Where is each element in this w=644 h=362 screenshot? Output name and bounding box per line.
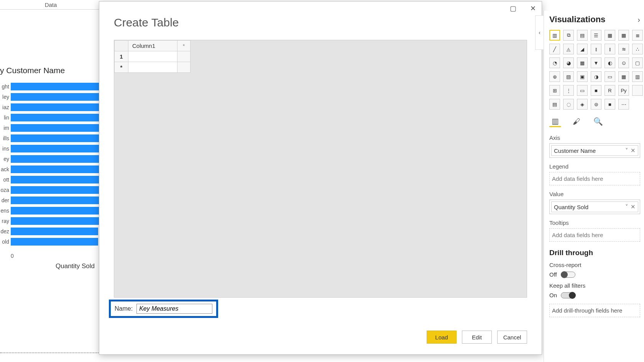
drill-through-well[interactable]: Add drill-through fields here — [549, 304, 640, 317]
stacked-area-icon[interactable]: ◢ — [577, 44, 588, 54]
scatter-icon[interactable]: ∴ — [632, 44, 643, 54]
bar — [11, 114, 100, 121]
bar-row: iaz — [0, 102, 102, 112]
cell-addrow-c1[interactable] — [128, 62, 177, 73]
bar-row: ins — [0, 143, 102, 154]
bar — [11, 93, 100, 101]
stacked-100-bar-icon[interactable]: ▦ — [605, 30, 615, 41]
chevron-down-icon[interactable]: ˅ — [625, 147, 628, 154]
bar-label: ray — [0, 218, 11, 224]
row-number-1[interactable]: 1 — [115, 51, 128, 62]
bar-label: lin — [0, 115, 11, 121]
kpi-icon[interactable]: ⊙ — [618, 57, 629, 68]
custom-icon[interactable]: ■ — [605, 99, 615, 110]
axis-tick-zero: 0 — [11, 253, 14, 259]
load-button[interactable]: Load — [427, 331, 457, 344]
table-name-row: Name: — [109, 300, 218, 318]
add-row-button[interactable]: * — [115, 62, 128, 73]
python-visual-icon[interactable] — [632, 85, 643, 96]
narrative-icon[interactable]: ■ — [591, 85, 601, 96]
map-icon[interactable]: ⊕ — [549, 71, 560, 82]
line-icon[interactable]: ╱ — [549, 44, 560, 54]
value-field-pill[interactable]: Quantity Sold ˅ ✕ — [551, 201, 638, 212]
collapse-pane-icon[interactable]: › — [637, 15, 640, 24]
stacked-col-icon[interactable]: ▤ — [577, 30, 588, 41]
legend-well[interactable]: Add data fields here — [549, 172, 640, 185]
line-col-icon[interactable]: ⫿ — [591, 44, 601, 54]
edit-button[interactable]: Edit — [462, 331, 492, 344]
card-icon[interactable]: ▢ — [632, 57, 643, 68]
tooltips-well-label: Tooltips — [549, 219, 640, 226]
cancel-button[interactable]: Cancel — [497, 331, 527, 344]
key-influencers-icon[interactable]: ▭ — [577, 85, 588, 96]
slicer-icon[interactable]: ◑ — [591, 71, 601, 82]
bar-label: ght — [0, 84, 11, 90]
analytics-mode-icon[interactable]: 🔍 — [592, 116, 604, 127]
fields-mode-icon[interactable]: ▥ — [549, 116, 561, 127]
waterfall-icon[interactable]: ≋ — [618, 44, 629, 54]
tooltips-well[interactable]: Add data fields here — [549, 228, 640, 242]
gauge-icon[interactable]: ◐ — [605, 57, 615, 68]
maximize-icon[interactable]: ▢ — [506, 3, 519, 14]
bar-row: im — [0, 123, 102, 133]
bar — [11, 134, 100, 142]
filters-collapsed-tab[interactable]: ‹ — [535, 15, 544, 50]
cell-r1c1[interactable] — [128, 51, 177, 62]
bar-row: old — [0, 236, 102, 247]
multirow-icon[interactable]: ▥ — [632, 71, 643, 82]
remove-field-icon[interactable]: ✕ — [631, 147, 636, 154]
dialog-title: Create Table — [114, 16, 179, 29]
pie-icon[interactable]: ◔ — [549, 57, 560, 68]
ribbon-icon[interactable]: ≣ — [632, 30, 643, 41]
more-icon[interactable]: ⋯ — [618, 99, 629, 110]
bar — [11, 197, 100, 204]
ai1-icon[interactable]: ◌ — [563, 99, 574, 110]
format-mode-icon[interactable]: 🖌 — [571, 116, 582, 127]
keep-filters-toggle[interactable] — [561, 292, 575, 298]
donut-icon[interactable]: ◕ — [563, 57, 574, 68]
ai2-icon[interactable]: ◈ — [577, 99, 588, 110]
cross-report-toggle[interactable] — [561, 272, 575, 278]
powerapps-icon[interactable]: ▤ — [549, 99, 560, 110]
data-entry-grid[interactable]: Column1 * 1 * — [114, 40, 191, 73]
clustered-col-icon[interactable]: ☰ — [591, 30, 601, 41]
axis-field-name: Customer Name — [554, 147, 596, 154]
filled-map-icon[interactable]: ▧ — [563, 71, 574, 82]
bar — [11, 103, 100, 111]
keep-filters-label: Keep all filters — [549, 282, 640, 289]
r-visual-icon[interactable]: Py — [618, 85, 629, 96]
stacked-bar-icon[interactable]: ▥ — [549, 30, 560, 41]
area-icon[interactable]: ◬ — [563, 44, 574, 54]
column-header-1[interactable]: Column1 — [128, 41, 177, 51]
bar — [11, 207, 100, 215]
data-tab[interactable]: Data — [0, 0, 102, 10]
decomp-icon[interactable]: ⊞ — [549, 85, 560, 96]
funnel-icon[interactable]: ▼ — [591, 57, 601, 68]
close-icon[interactable]: ✕ — [526, 3, 539, 14]
stacked-100-col-icon[interactable]: ▩ — [618, 30, 629, 41]
q-and-a-icon[interactable]: ⋮ — [563, 85, 574, 96]
chevron-down-icon[interactable]: ˅ — [625, 203, 628, 210]
bar-row: ills — [0, 133, 102, 143]
bar — [11, 124, 100, 132]
bar — [11, 165, 100, 173]
matrix-icon[interactable]: ▦ — [618, 71, 629, 82]
clustered-bar-icon[interactable]: ⧉ — [563, 30, 574, 41]
bar-label: ens — [0, 208, 11, 214]
treemap-icon[interactable]: ▦ — [577, 57, 588, 68]
azure-map-icon[interactable]: ⊚ — [591, 99, 601, 110]
bar-label: ley — [0, 94, 11, 100]
add-column-button[interactable]: * — [177, 41, 191, 51]
table-grid-area[interactable]: Column1 * 1 * — [114, 40, 527, 298]
axis-field-pill[interactable]: Customer Name ˅ ✕ — [551, 145, 638, 156]
remove-field-icon[interactable]: ✕ — [631, 203, 636, 210]
arcgis-icon[interactable]: ▣ — [577, 71, 588, 82]
bar — [11, 228, 98, 235]
bar — [11, 238, 98, 246]
table-name-input[interactable] — [136, 304, 212, 314]
value-well[interactable]: Quantity Sold ˅ ✕ — [549, 200, 640, 214]
table-icon[interactable]: ▭ — [605, 71, 615, 82]
paginated-icon[interactable]: R — [605, 85, 615, 96]
axis-well[interactable]: Customer Name ˅ ✕ — [549, 143, 640, 158]
line-col2-icon[interactable]: ⫿ — [605, 44, 615, 54]
